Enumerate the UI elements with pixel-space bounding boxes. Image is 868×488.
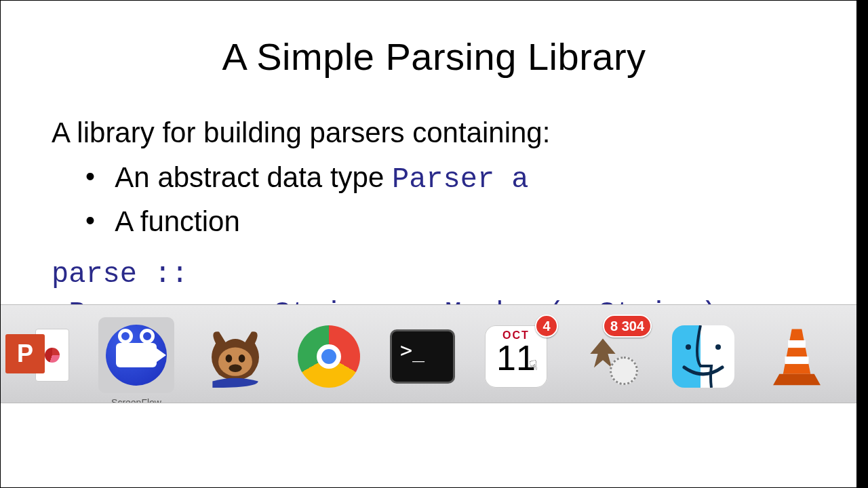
bullet2-text: A function [115, 205, 239, 237]
powerpoint-icon: P [5, 325, 69, 388]
svg-marker-6 [783, 329, 810, 374]
dock-app-screenflow[interactable]: ScreenFlow [98, 317, 174, 393]
dock-app-terminal[interactable]: >_ [390, 324, 455, 389]
svg-point-5 [715, 344, 721, 350]
dock-app-chrome[interactable] [296, 324, 361, 389]
screenflow-icon [106, 325, 167, 386]
bullet1-text: An abstract data type [115, 161, 392, 193]
terminal-prompt: >_ [400, 338, 425, 362]
powerpoint-letter: P [5, 334, 45, 373]
dock-app-gnu[interactable] [203, 324, 268, 389]
bullet-item-2: A function [85, 201, 816, 243]
svg-point-2 [239, 354, 245, 363]
svg-point-1 [226, 354, 233, 363]
dock-app-mail[interactable]: 8 304 [577, 324, 642, 389]
svg-rect-8 [785, 357, 809, 364]
slide-body: A library for building parsers containin… [52, 113, 816, 330]
slide-intro: A library for building parsers containin… [52, 113, 816, 154]
presentation-slide: A Simple Parsing Library A library for b… [1, 1, 867, 487]
dock-app-finder[interactable] [671, 324, 736, 389]
mail-badge: 8 304 [603, 314, 652, 338]
dock-app-calendar[interactable]: OCT 11 4 [484, 324, 549, 389]
calendar-day: 11 [496, 340, 536, 375]
calendar-badge: 4 [535, 314, 558, 338]
chrome-icon [298, 325, 360, 388]
terminal-icon: >_ [390, 329, 455, 384]
dock-tooltip: ScreenFlow [111, 397, 161, 403]
calendar-icon: OCT 11 [485, 325, 547, 388]
gnu-icon [203, 324, 268, 389]
bullet-list: An abstract data type Parser a A functio… [52, 157, 816, 243]
bullet1-code: Parser a [392, 163, 529, 196]
type-signature-line1: parse :: [52, 255, 816, 295]
slide-title: A Simple Parsing Library [52, 35, 816, 79]
dock-app-vlc[interactable] [764, 324, 829, 389]
svg-point-4 [686, 344, 691, 350]
right-border [856, 1, 867, 487]
dock-app-powerpoint[interactable]: P [5, 324, 70, 389]
svg-marker-9 [773, 374, 821, 386]
finder-icon [672, 325, 734, 388]
bullet-item-1: An abstract data type Parser a [85, 157, 816, 201]
svg-point-3 [229, 365, 241, 373]
dock: P ScreenFlow [1, 304, 867, 403]
svg-rect-7 [788, 340, 806, 348]
vlc-icon [768, 325, 825, 388]
